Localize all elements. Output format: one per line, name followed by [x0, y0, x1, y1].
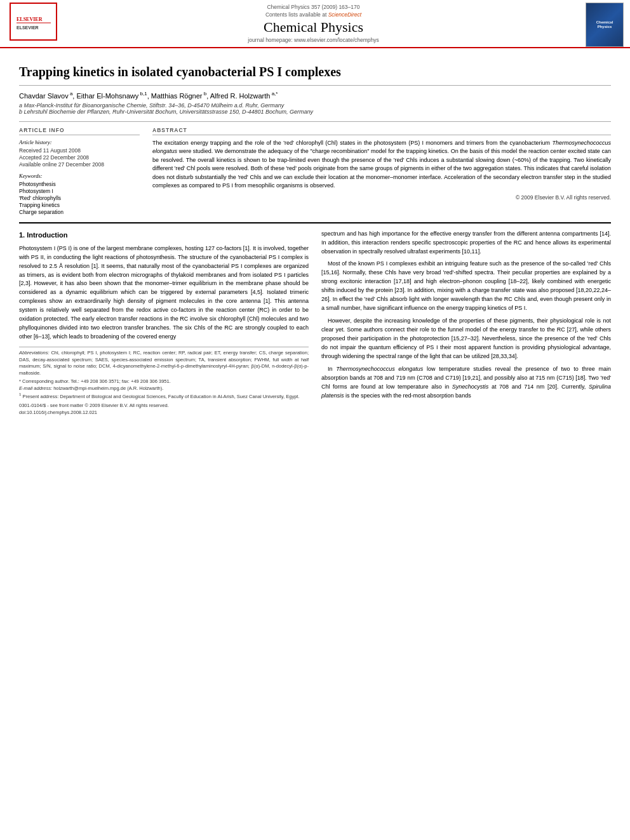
body-two-col: 1. Introduction Photosystem I (PS I) is …	[19, 230, 611, 416]
thumb-title: ChemicalPhysics	[596, 20, 613, 29]
homepage-label: journal homepage: www.elsevier.com/locat…	[248, 37, 379, 43]
organism-italic-1: Thermosynechococcus elongatus	[336, 366, 423, 372]
received-date: Received 11 August 2008	[19, 147, 140, 154]
journal-title: Chemical Physics	[60, 19, 566, 36]
abstract-col: ABSTRACT The excitation energy trapping …	[152, 127, 611, 216]
main-content: Trapping kinetics in isolated cyanobacte…	[0, 48, 630, 422]
right-p4: In Thermosynechococcus elongatus low tem…	[321, 365, 611, 401]
abbrev-label: Abbreviations:	[19, 350, 50, 356]
svg-text:ELSEVIER: ELSEVIER	[17, 17, 43, 22]
kw-red-chls: 'Red' chlorophylls	[19, 195, 140, 201]
journal-header: ELSEVIER ELSEVIER Chemical Physics 357 (…	[0, 0, 630, 48]
abbrev-line: Abbreviations: Chl, chlorophyll; PS I, p…	[19, 350, 309, 377]
body-col-right: spectrum and has high importance for the…	[321, 230, 611, 416]
copyright: © 2009 Elsevier B.V. All rights reserved…	[152, 194, 611, 201]
section-num: 1.	[19, 231, 25, 239]
email-label: E-mail address:	[19, 385, 52, 391]
affiliations: a Max-Planck-Institut für Bioanorganisch…	[19, 102, 611, 115]
affil-sup-b1: b,1	[138, 91, 147, 97]
kw-trapping: Trapping kinetics	[19, 202, 140, 208]
abstract-organism: Thermosynechococcus elongatus	[152, 140, 611, 155]
sciencedirect-line: Contents lists available at ScienceDirec…	[60, 11, 566, 18]
email-note: E-mail address: holzwarth@mpi-muelheim.m…	[19, 385, 309, 392]
author-elmohsnawy: Eithar El-Mohsnawy	[76, 92, 138, 100]
body-content: 1. Introduction Photosystem I (PS I) is …	[19, 222, 611, 416]
author-rogner: Matthias Rögner	[151, 92, 203, 100]
author-holzwarth: Alfred R. Holzwarth	[210, 92, 271, 100]
present-address-note: 1 Present address: Department of Biologi…	[19, 392, 309, 400]
author-slavov: Chavdar Slavov	[19, 92, 69, 100]
footnotes: Abbreviations: Chl, chlorophyll; PS I, p…	[19, 347, 309, 416]
history-label: Article history:	[19, 139, 140, 145]
abstract-text: The excitation energy trapping and the r…	[152, 139, 611, 190]
abstract-body: The excitation energy trapping and the r…	[152, 140, 611, 189]
right-p3: However, despite the increasing knowledg…	[321, 317, 611, 361]
kw-photosystem: Photosystem I	[19, 188, 140, 194]
journal-top-label: Chemical Physics 357 (2009) 163–170	[60, 4, 566, 10]
section-title-intro: 1. Introduction	[19, 230, 309, 241]
article-info-col: ARTICLE INFO Article history: Received 1…	[19, 127, 140, 216]
contents-label: Contents lists available at	[265, 11, 326, 18]
kw-photosynthesis: Photosynthesis	[19, 181, 140, 187]
journal-homepage: journal homepage: www.elsevier.com/locat…	[60, 37, 566, 43]
right-p1: spectrum and has high importance for the…	[321, 230, 611, 257]
authors-line: Chavdar Slavov a, Eithar El-Mohsnawy b,1…	[19, 91, 611, 100]
available-date: Available online 27 December 2008	[19, 161, 140, 168]
keywords-label: Keywords:	[19, 173, 140, 179]
section-label-intro: Introduction	[27, 231, 67, 239]
intro-p1: Photosystem I (PS I) is one of the large…	[19, 244, 309, 342]
affil-b: b Lehrstuhl Biochemie der Pflanzen, Ruhr…	[19, 109, 611, 115]
kw-charge: Charge separation	[19, 209, 140, 215]
affil-sup-b2: b	[202, 91, 206, 97]
journal-thumbnail: ChemicalPhysics	[586, 3, 624, 47]
affil-sup-a-star: a,*	[270, 91, 278, 97]
right-p2: Most of the known PS I complexes exhibit…	[321, 260, 611, 313]
affil-sup-a: a	[69, 91, 73, 97]
sciencedirect-link[interactable]: ScienceDirect	[328, 11, 361, 18]
svg-text:ELSEVIER: ELSEVIER	[17, 25, 39, 30]
elsevier-logo: ELSEVIER ELSEVIER	[6, 3, 60, 41]
keywords-list: Photosynthesis Photosystem I 'Red' chlor…	[19, 181, 140, 215]
corresponding-note: * Corresponding author. Tel.: +49 208 30…	[19, 378, 309, 385]
article-title: Trapping kinetics in isolated cyanobacte…	[19, 63, 611, 86]
article-info-label: ARTICLE INFO	[19, 127, 140, 135]
issn-line: 0301-0104/$ - see front matter © 2009 El…	[19, 403, 309, 410]
affil-a: a Max-Planck-Institut für Bioanorganisch…	[19, 102, 611, 109]
doi-line: doi:10.1016/j.chemphys.2008.12.021	[19, 410, 309, 417]
journal-header-center: Chemical Physics 357 (2009) 163–170 Cont…	[60, 3, 566, 44]
journal-thumb-area: ChemicalPhysics	[566, 3, 624, 47]
abstract-label: ABSTRACT	[152, 127, 611, 135]
article-info-abstract: ARTICLE INFO Article history: Received 1…	[19, 121, 611, 216]
abbrev-text: Chl, chlorophyll; PS I, photosystem I; R…	[19, 350, 309, 376]
accepted-date: Accepted 22 December 2008	[19, 154, 140, 161]
body-col-left: 1. Introduction Photosystem I (PS I) is …	[19, 230, 309, 416]
organism-italic-2: Synechocystis	[452, 383, 489, 390]
